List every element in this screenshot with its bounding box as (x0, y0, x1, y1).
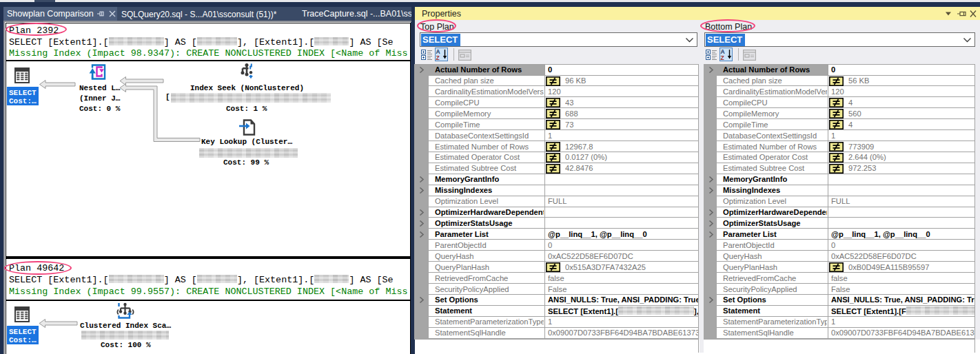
svg-text:Z: Z (721, 54, 724, 61)
svg-text:Z: Z (436, 54, 440, 61)
